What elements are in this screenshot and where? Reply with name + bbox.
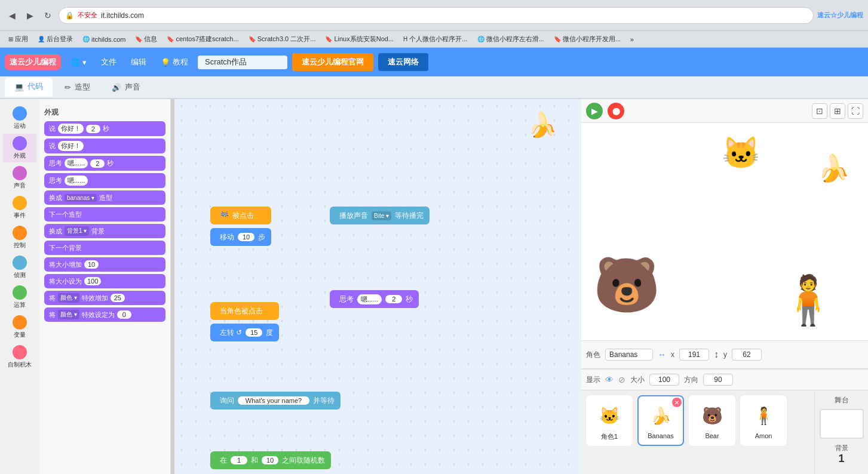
y-input[interactable] [732, 349, 762, 361]
bookmark-wechat1[interactable]: H 个人微信小程序开... [400, 33, 471, 45]
stage-panel: 舞台 背景 1 [814, 390, 868, 474]
edit-menu-button[interactable]: 编辑 [126, 54, 151, 70]
bookmark-scratch[interactable]: 🔖 Scratch3.0 二次开... [245, 33, 320, 45]
bookmark-centos[interactable]: 🔖 centos7搭建scratch... [163, 33, 242, 45]
project-name-input[interactable] [198, 56, 287, 69]
category-control[interactable]: 控制 [3, 223, 36, 252]
show-label: 显示 [586, 375, 600, 385]
sprite-name-label: 角色 [586, 350, 600, 360]
bookmark-apps[interactable]: ⊞ 应用 [5, 33, 32, 45]
bookmark-info[interactable]: 🔖 信息 [131, 33, 161, 45]
block-set-size[interactable]: 将大小设为 100 [44, 274, 165, 288]
section-title: 外观 [44, 107, 165, 118]
category-operators[interactable]: 运算 [3, 283, 36, 312]
stage-backdrop-thumb[interactable] [820, 409, 864, 439]
official-site-button[interactable]: 速云少儿编程官网 [292, 53, 373, 71]
category-events[interactable]: 事件 [3, 193, 36, 222]
sprite-item-bananas[interactable]: ✕ 🍌 Bananas [637, 395, 684, 446]
address-bar[interactable]: 🔒 不安全 it.itchilds.com [59, 7, 814, 24]
tab-code[interactable]: 💻 代码 [5, 78, 53, 97]
block-move-10[interactable]: 移动 10 步 [210, 228, 271, 246]
costume-icon: ✏ [65, 83, 71, 92]
block-think[interactable]: 思考 嗯...... [44, 173, 165, 188]
sprite-item-amon[interactable]: 🧍 Amon [740, 395, 787, 446]
category-myblocks[interactable]: 自制积木 [3, 343, 36, 371]
category-motion[interactable]: 运动 [3, 104, 36, 133]
tutorial-menu-button[interactable]: 💡 教程 [156, 54, 193, 70]
block-set-effect[interactable]: 将 颜色 ▾ 特效设定为 0 [44, 307, 165, 322]
category-panel: 运动 外观 声音 事件 控制 侦测 运算 变量 [0, 99, 39, 474]
block-turn-left[interactable]: 左转 ↺ 15 度 [210, 324, 279, 341]
category-variables[interactable]: 变量 [3, 313, 36, 341]
dir-input[interactable] [703, 374, 733, 386]
red-stop-button[interactable]: ⬤ [608, 103, 624, 119]
file-menu-button[interactable]: 文件 [96, 54, 121, 70]
bookmark-itchilds[interactable]: 🌐 itchilds.com [79, 35, 129, 44]
sprite-list-area: 🐱 角色1 ✕ 🍌 Bananas 🐻 Bear 🧍 Amon [581, 390, 868, 474]
forward-button[interactable]: ▶ [23, 8, 37, 23]
refresh-button[interactable]: ↻ [41, 8, 55, 23]
block-change-size[interactable]: 将大小增加 10 [44, 257, 165, 272]
bookmark-wechat2[interactable]: 🌐 微信小程序左右滑... [474, 33, 548, 45]
tab-costume[interactable]: ✏ 造型 [55, 78, 100, 96]
bookmark-admin[interactable]: 👤 后台登录 [34, 33, 76, 45]
block-think-2s[interactable]: 思考 嗯...... 2 秒 [44, 156, 165, 171]
sprite-name-bananas: Bananas [648, 432, 673, 439]
sound-icon: 🔊 [112, 83, 121, 92]
category-sound[interactable]: 声音 [3, 164, 36, 192]
sprite-name-bear: Bear [705, 432, 719, 439]
fullscreen-button[interactable]: ⛶ [848, 103, 863, 119]
sprite-item-cat[interactable]: 🐱 角色1 [586, 395, 633, 446]
sprite-thumb-cat: 🐱 [594, 400, 625, 431]
bookmark-wechat3[interactable]: 🔖 微信小程序开发用... [550, 33, 624, 45]
globe-button[interactable]: 🌐 ▾ [66, 56, 91, 69]
block-think-2s-canvas[interactable]: 思考 嗯...... 2 秒 [330, 290, 419, 308]
block-switch-backdrop[interactable]: 换成 背景1 ▾ 背景 [44, 224, 165, 238]
block-ask[interactable]: 询问 What's your name? 并等待 [210, 392, 341, 410]
green-flag-button[interactable]: ▶ [586, 103, 603, 119]
size-input[interactable] [649, 374, 679, 386]
backdrop-number: 1 [838, 453, 844, 465]
category-appearance[interactable]: 外观 [3, 134, 36, 162]
back-button[interactable]: ◀ [5, 8, 19, 23]
block-say-2s[interactable]: 说 你好！ 2 秒 [44, 121, 165, 136]
block-when-flag[interactable]: 🏁 被点击 [210, 207, 271, 224]
block-random[interactable]: 在 1 和 10 之间取随机数 [210, 451, 331, 469]
sprite-info: 角色 ↔ x ↕ y [581, 340, 868, 369]
block-switch-costume[interactable]: 换成 bananas ▾ 造型 [44, 190, 165, 205]
file-label: 文件 [101, 57, 116, 67]
block-next-backdrop[interactable]: 下一个背景 [44, 241, 165, 255]
script-group-5: 播放声音 Bite ▾ 等待播完 [330, 207, 430, 224]
category-sensing[interactable]: 侦测 [3, 253, 36, 282]
block-change-effect[interactable]: 将 颜色 ▾ 特效增加 25 [44, 291, 165, 305]
up-arrow-icon: ↕ [714, 349, 719, 360]
sprite-item-bear[interactable]: 🐻 Bear [689, 395, 735, 446]
logo-right: 速云☆少儿编程 [817, 11, 863, 20]
normal-stage-button[interactable]: ⊞ [830, 103, 845, 119]
block-play-sound[interactable]: 播放声音 Bite ▾ 等待播完 [330, 207, 430, 224]
bookmark-more[interactable]: » [627, 35, 637, 44]
script-group-6: 思考 嗯...... 2 秒 [330, 290, 419, 308]
url-display: it.itchilds.com [101, 11, 807, 20]
bear-sprite: 🐻 [593, 254, 660, 316]
script-group-3: 询问 What's your name? 并等待 [210, 392, 341, 410]
hide-icon[interactable]: ⊘ [618, 375, 625, 384]
small-stage-button[interactable]: ⊡ [812, 103, 827, 119]
network-button[interactable]: 速云网络 [378, 53, 428, 71]
block-when-sprite-clicked[interactable]: 当角色被点击 [210, 302, 279, 320]
amon-sprite: 🧍 [778, 272, 838, 328]
x-input[interactable] [679, 349, 709, 361]
tab-sound[interactable]: 🔊 声音 [102, 78, 150, 96]
stage-label: 舞台 [835, 395, 849, 405]
sprite-name-input[interactable] [605, 349, 653, 361]
block-say[interactable]: 说 你好！ [44, 138, 165, 153]
cat-sprite: 🐱 [722, 135, 760, 171]
not-secure-label: 不安全 [78, 11, 97, 20]
stage-canvas: 🐱 🍌 🐻 🧍 [581, 123, 868, 340]
bookmark-linux[interactable]: 🔖 Linux系统安装Nod... [321, 33, 397, 45]
sprite-delete-bananas[interactable]: ✕ [672, 398, 682, 407]
backdrop-label: 背景 [835, 444, 848, 453]
show-eye-icon[interactable]: 👁 [605, 375, 614, 384]
script-area[interactable]: 🏁 被点击 移动 10 步 当角色被点击 左转 ↺ 15 度 询问 What's [174, 99, 581, 474]
block-next-costume[interactable]: 下一个造型 [44, 207, 165, 221]
